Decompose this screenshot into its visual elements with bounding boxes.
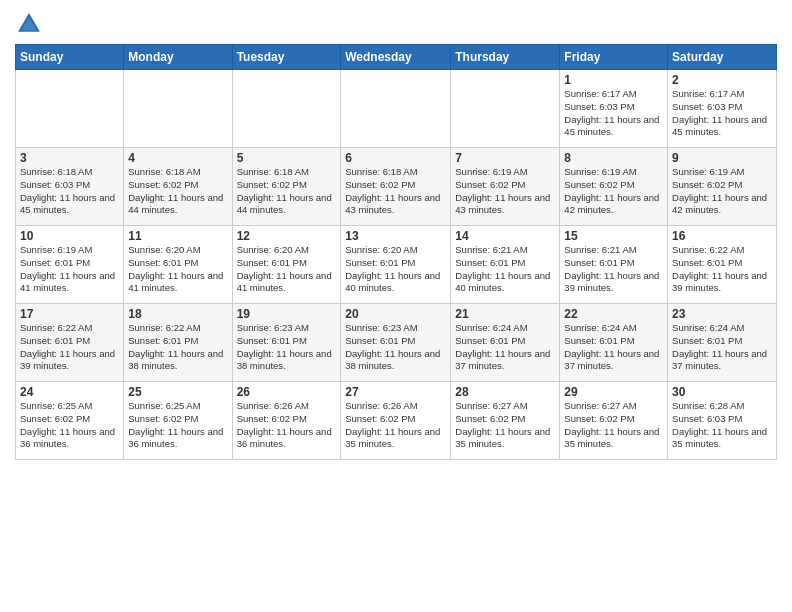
day-info: Daylight: 11 hours and 42 minutes. [564, 192, 663, 218]
day-info: Sunrise: 6:18 AM [128, 166, 227, 179]
calendar-table: SundayMondayTuesdayWednesdayThursdayFrid… [15, 44, 777, 460]
calendar-cell: 24Sunrise: 6:25 AMSunset: 6:02 PMDayligh… [16, 382, 124, 460]
logo-icon [15, 10, 43, 38]
day-info: Daylight: 11 hours and 35 minutes. [672, 426, 772, 452]
day-info: Daylight: 11 hours and 40 minutes. [345, 270, 446, 296]
day-number: 5 [237, 151, 337, 165]
calendar-week-row: 24Sunrise: 6:25 AMSunset: 6:02 PMDayligh… [16, 382, 777, 460]
day-info: Sunrise: 6:27 AM [455, 400, 555, 413]
calendar-cell: 9Sunrise: 6:19 AMSunset: 6:02 PMDaylight… [668, 148, 777, 226]
calendar-weekday-tuesday: Tuesday [232, 45, 341, 70]
day-number: 2 [672, 73, 772, 87]
day-info: Sunrise: 6:25 AM [20, 400, 119, 413]
day-info: Sunrise: 6:19 AM [455, 166, 555, 179]
day-number: 15 [564, 229, 663, 243]
day-number: 19 [237, 307, 337, 321]
day-info: Daylight: 11 hours and 37 minutes. [564, 348, 663, 374]
calendar-cell: 10Sunrise: 6:19 AMSunset: 6:01 PMDayligh… [16, 226, 124, 304]
day-info: Sunset: 6:01 PM [672, 335, 772, 348]
day-info: Daylight: 11 hours and 39 minutes. [564, 270, 663, 296]
calendar-cell: 13Sunrise: 6:20 AMSunset: 6:01 PMDayligh… [341, 226, 451, 304]
day-number: 24 [20, 385, 119, 399]
calendar-cell: 12Sunrise: 6:20 AMSunset: 6:01 PMDayligh… [232, 226, 341, 304]
day-info: Daylight: 11 hours and 41 minutes. [20, 270, 119, 296]
day-info: Sunset: 6:02 PM [564, 179, 663, 192]
calendar-cell: 8Sunrise: 6:19 AMSunset: 6:02 PMDaylight… [560, 148, 668, 226]
day-number: 25 [128, 385, 227, 399]
calendar-cell: 2Sunrise: 6:17 AMSunset: 6:03 PMDaylight… [668, 70, 777, 148]
day-info: Sunrise: 6:26 AM [345, 400, 446, 413]
calendar-cell: 30Sunrise: 6:28 AMSunset: 6:03 PMDayligh… [668, 382, 777, 460]
day-number: 13 [345, 229, 446, 243]
day-info: Daylight: 11 hours and 38 minutes. [237, 348, 337, 374]
day-info: Daylight: 11 hours and 43 minutes. [345, 192, 446, 218]
day-number: 18 [128, 307, 227, 321]
day-info: Sunset: 6:02 PM [345, 413, 446, 426]
day-info: Sunset: 6:01 PM [345, 335, 446, 348]
day-info: Sunset: 6:01 PM [20, 257, 119, 270]
day-info: Sunrise: 6:26 AM [237, 400, 337, 413]
day-info: Sunset: 6:01 PM [237, 257, 337, 270]
calendar-cell: 3Sunrise: 6:18 AMSunset: 6:03 PMDaylight… [16, 148, 124, 226]
calendar-cell: 20Sunrise: 6:23 AMSunset: 6:01 PMDayligh… [341, 304, 451, 382]
day-number: 3 [20, 151, 119, 165]
day-info: Daylight: 11 hours and 40 minutes. [455, 270, 555, 296]
day-number: 7 [455, 151, 555, 165]
day-number: 16 [672, 229, 772, 243]
day-info: Daylight: 11 hours and 45 minutes. [672, 114, 772, 140]
calendar-cell: 29Sunrise: 6:27 AMSunset: 6:02 PMDayligh… [560, 382, 668, 460]
calendar-week-row: 10Sunrise: 6:19 AMSunset: 6:01 PMDayligh… [16, 226, 777, 304]
day-info: Sunrise: 6:22 AM [672, 244, 772, 257]
day-info: Daylight: 11 hours and 41 minutes. [237, 270, 337, 296]
day-info: Sunset: 6:02 PM [237, 413, 337, 426]
calendar-cell: 23Sunrise: 6:24 AMSunset: 6:01 PMDayligh… [668, 304, 777, 382]
calendar-cell: 4Sunrise: 6:18 AMSunset: 6:02 PMDaylight… [124, 148, 232, 226]
calendar-cell: 11Sunrise: 6:20 AMSunset: 6:01 PMDayligh… [124, 226, 232, 304]
day-info: Sunset: 6:01 PM [564, 335, 663, 348]
day-info: Sunrise: 6:17 AM [672, 88, 772, 101]
day-info: Daylight: 11 hours and 38 minutes. [128, 348, 227, 374]
day-number: 14 [455, 229, 555, 243]
calendar-week-row: 17Sunrise: 6:22 AMSunset: 6:01 PMDayligh… [16, 304, 777, 382]
day-info: Sunrise: 6:19 AM [564, 166, 663, 179]
calendar-cell: 7Sunrise: 6:19 AMSunset: 6:02 PMDaylight… [451, 148, 560, 226]
calendar-cell: 16Sunrise: 6:22 AMSunset: 6:01 PMDayligh… [668, 226, 777, 304]
day-info: Sunset: 6:03 PM [672, 413, 772, 426]
calendar-cell: 5Sunrise: 6:18 AMSunset: 6:02 PMDaylight… [232, 148, 341, 226]
calendar-weekday-friday: Friday [560, 45, 668, 70]
day-info: Sunrise: 6:21 AM [455, 244, 555, 257]
day-info: Sunrise: 6:18 AM [237, 166, 337, 179]
day-info: Sunset: 6:02 PM [564, 413, 663, 426]
calendar-week-row: 3Sunrise: 6:18 AMSunset: 6:03 PMDaylight… [16, 148, 777, 226]
calendar-cell [16, 70, 124, 148]
day-info: Sunrise: 6:24 AM [564, 322, 663, 335]
calendar-cell [124, 70, 232, 148]
day-info: Sunrise: 6:17 AM [564, 88, 663, 101]
day-number: 27 [345, 385, 446, 399]
page-header [15, 10, 777, 38]
day-info: Daylight: 11 hours and 44 minutes. [237, 192, 337, 218]
day-info: Daylight: 11 hours and 41 minutes. [128, 270, 227, 296]
day-info: Sunset: 6:01 PM [20, 335, 119, 348]
day-number: 28 [455, 385, 555, 399]
day-number: 17 [20, 307, 119, 321]
day-info: Daylight: 11 hours and 38 minutes. [345, 348, 446, 374]
day-number: 4 [128, 151, 227, 165]
calendar-cell: 26Sunrise: 6:26 AMSunset: 6:02 PMDayligh… [232, 382, 341, 460]
day-info: Daylight: 11 hours and 35 minutes. [345, 426, 446, 452]
calendar-weekday-wednesday: Wednesday [341, 45, 451, 70]
day-number: 8 [564, 151, 663, 165]
day-info: Daylight: 11 hours and 35 minutes. [455, 426, 555, 452]
day-info: Daylight: 11 hours and 37 minutes. [455, 348, 555, 374]
calendar-weekday-thursday: Thursday [451, 45, 560, 70]
calendar-header-row: SundayMondayTuesdayWednesdayThursdayFrid… [16, 45, 777, 70]
day-info: Sunrise: 6:21 AM [564, 244, 663, 257]
day-info: Daylight: 11 hours and 42 minutes. [672, 192, 772, 218]
day-info: Sunrise: 6:18 AM [345, 166, 446, 179]
calendar-cell: 17Sunrise: 6:22 AMSunset: 6:01 PMDayligh… [16, 304, 124, 382]
day-info: Sunset: 6:02 PM [455, 413, 555, 426]
calendar-cell: 1Sunrise: 6:17 AMSunset: 6:03 PMDaylight… [560, 70, 668, 148]
day-info: Sunrise: 6:23 AM [345, 322, 446, 335]
day-info: Sunset: 6:02 PM [672, 179, 772, 192]
calendar-cell: 6Sunrise: 6:18 AMSunset: 6:02 PMDaylight… [341, 148, 451, 226]
